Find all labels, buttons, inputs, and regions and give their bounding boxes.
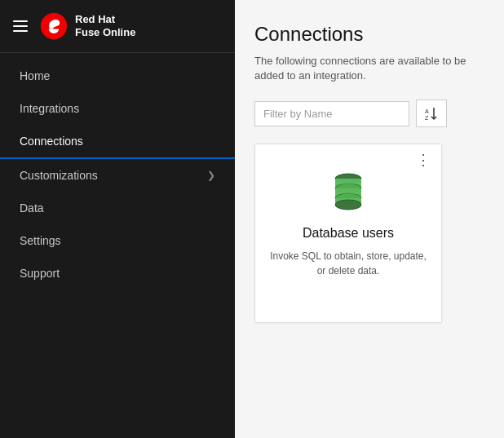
hamburger-icon[interactable] [13,20,28,32]
sort-az-icon: A Z [423,105,440,122]
card-description: Invoke SQL to obtain, store, update, or … [268,249,428,278]
sidebar-item-customizations-label: Customizations [20,169,98,182]
sidebar-item-connections-label: Connections [20,135,83,148]
database-icon [327,169,369,211]
card-title: Database users [303,226,394,241]
sidebar-item-data[interactable]: Data [0,192,235,224]
sidebar-header: Red Hat Fuse Online [0,0,235,53]
svg-point-11 [335,200,361,210]
toolbar: A Z [254,100,484,127]
sidebar-item-connections[interactable]: Connections [0,125,235,159]
sidebar-item-home-label: Home [20,69,50,82]
sidebar-item-data-label: Data [20,201,44,215]
sidebar-item-settings-label: Settings [20,234,61,247]
sidebar-item-support[interactable]: Support [0,257,235,290]
connection-card: ⋮ Database users Invoke SQL to obta [254,144,442,323]
svg-text:A: A [425,108,429,114]
filter-input[interactable] [254,101,409,126]
sidebar-item-settings[interactable]: Settings [0,224,235,257]
kebab-menu-button[interactable]: ⋮ [416,153,431,167]
sidebar-item-integrations[interactable]: Integrations [0,92,235,125]
logo-brand-bottom: Fuse Online [75,26,135,39]
logo-area: Red Hat Fuse Online [39,11,135,41]
main-content: Connections The following connections ar… [235,0,504,438]
logo-brand-top: Red Hat [75,13,135,26]
redhat-logo [39,11,69,41]
sort-button[interactable]: A Z [416,100,447,127]
page-title: Connections [254,23,484,46]
svg-text:Z: Z [425,115,429,121]
logo-text: Red Hat Fuse Online [75,13,135,38]
sidebar-nav: Home Integrations Connections Customizat… [0,53,235,438]
page-subtitle: The following connections are available … [254,54,484,83]
sidebar-item-integrations-label: Integrations [20,102,79,115]
sidebar: Red Hat Fuse Online Home Integrations Co… [0,0,235,438]
sidebar-item-customizations[interactable]: Customizations ❯ [0,159,235,192]
sidebar-item-support-label: Support [20,267,60,280]
sidebar-item-home[interactable]: Home [0,60,235,92]
card-icon [327,169,369,215]
chevron-right-icon: ❯ [207,170,215,181]
